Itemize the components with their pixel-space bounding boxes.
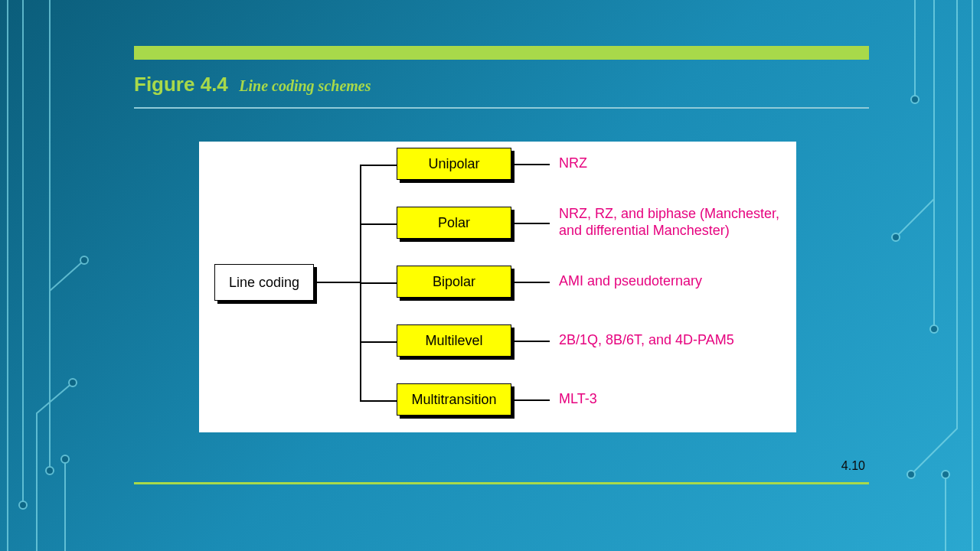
accent-bar <box>134 46 869 60</box>
connector <box>511 164 550 165</box>
title-prefix: Figure 4.4 <box>134 73 228 96</box>
page-number: 4.10 <box>841 459 865 473</box>
connector <box>511 282 550 283</box>
branch-desc-multitransition: MLT-3 <box>559 391 597 408</box>
branch-box-unipolar: Unipolar <box>397 148 511 180</box>
branch-desc-unipolar: NRZ <box>559 155 587 172</box>
connector <box>314 282 360 283</box>
branch-label: Unipolar <box>428 156 479 172</box>
branch-box-multilevel: Multilevel <box>397 324 511 357</box>
connector <box>360 341 397 343</box>
branch-desc-bipolar: AMI and pseudoternary <box>559 273 702 290</box>
branch-desc-polar: NRZ, RZ, and biphase (Manchester, and di… <box>559 206 789 239</box>
branch-label: Polar <box>438 215 470 231</box>
svg-point-7 <box>892 233 900 241</box>
divider-top <box>134 107 869 109</box>
branch-box-polar: Polar <box>397 207 511 239</box>
title-subtitle: Line coding schemes <box>239 77 371 94</box>
branch-label: Bipolar <box>433 274 475 290</box>
root-label: Line coding <box>229 275 299 291</box>
svg-point-3 <box>69 379 77 386</box>
branch-box-multitransition: Multitransition <box>397 383 511 416</box>
connector <box>360 223 397 225</box>
branch-desc-multilevel: 2B/1Q, 8B/6T, and 4D-PAM5 <box>559 332 734 349</box>
branch-label: Multitransition <box>411 392 496 408</box>
divider-bottom <box>134 482 869 484</box>
svg-point-4 <box>61 455 69 463</box>
svg-point-5 <box>907 471 915 478</box>
connector <box>360 282 397 284</box>
svg-point-0 <box>19 501 27 509</box>
svg-point-6 <box>930 325 938 333</box>
svg-point-8 <box>942 471 949 478</box>
connector <box>360 400 397 402</box>
svg-point-1 <box>46 467 54 474</box>
root-box: Line coding <box>214 264 314 301</box>
branch-box-bipolar: Bipolar <box>397 266 511 298</box>
connector <box>511 223 550 224</box>
svg-point-2 <box>80 256 88 264</box>
connector <box>360 165 397 166</box>
svg-point-9 <box>911 96 919 103</box>
figure-title: Figure 4.4 Line coding schemes <box>134 73 371 96</box>
connector <box>511 341 550 342</box>
branch-label: Multilevel <box>425 333 482 349</box>
connector <box>511 399 550 401</box>
diagram-canvas: Line coding Unipolar NRZ Polar NRZ, RZ, … <box>199 142 796 432</box>
